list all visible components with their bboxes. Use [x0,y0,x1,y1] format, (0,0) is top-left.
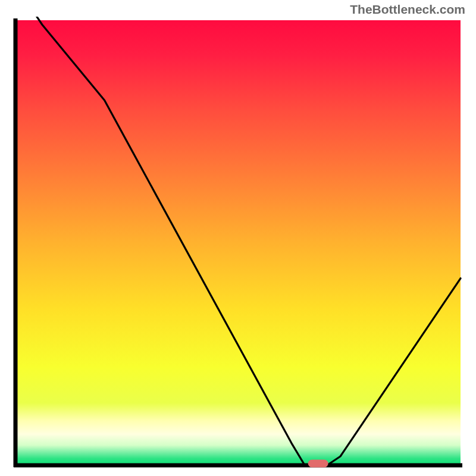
optimal-marker [308,460,328,468]
chart-container: TheBottleneck.com [0,0,476,476]
chart-background [15,20,461,465]
watermark-text: TheBottleneck.com [350,2,465,17]
chart-plot [12,17,464,469]
chart-svg [12,17,464,469]
